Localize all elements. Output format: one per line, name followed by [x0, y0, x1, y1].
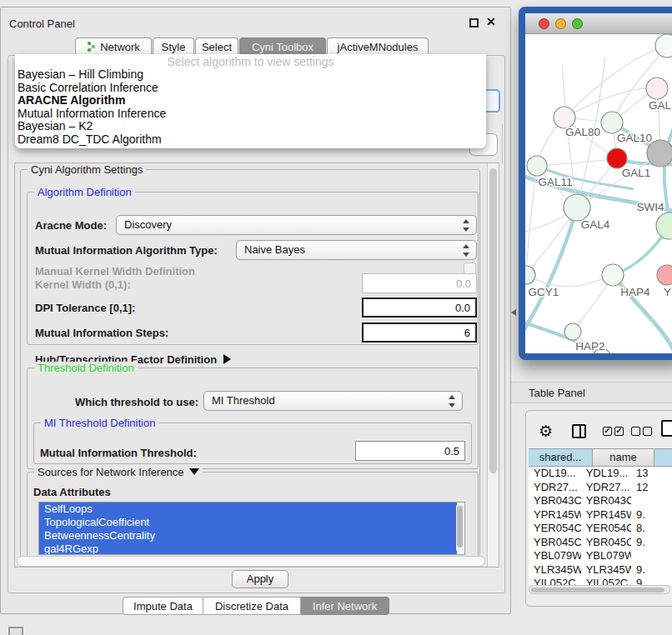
table-cell: YIL052C — [581, 577, 631, 585]
attribute-item-topologicalcoefficient[interactable]: TopologicalCoefficient — [39, 516, 457, 529]
node-hap2-label: HAP2 — [575, 340, 604, 352]
tab-discretize-data[interactable]: Discretize Data — [203, 597, 301, 615]
network-window-titlebar[interactable] — [525, 13, 672, 34]
attribute-item-betweennesscentrality[interactable]: BetweennessCentrality — [39, 529, 457, 542]
zoom-traffic-light-icon[interactable] — [572, 18, 583, 29]
algorithm-option-mutual-information-inference[interactable]: Mutual Information Inference — [15, 108, 486, 121]
table-row[interactable]: YLR345WYLR345W9. — [529, 563, 672, 578]
node-gal1[interactable] — [607, 148, 627, 168]
mi-threshold-field[interactable] — [355, 441, 465, 461]
table-cell: YDL19... — [581, 467, 631, 481]
node-hap2[interactable] — [564, 323, 581, 340]
panel-resize-arrow-icon[interactable] — [511, 309, 516, 316]
column-header-name[interactable]: name — [593, 448, 654, 467]
stepper-arrows-icon — [463, 244, 470, 257]
algorithm-option-dream8-dc-tdc-algorithm[interactable]: Dream8 DC_TDC Algorithm — [15, 133, 486, 147]
minimize-traffic-light-icon[interactable] — [555, 18, 566, 29]
table-cell: 9. — [631, 563, 672, 578]
settings-scroll-pane: Cyni Algorithm Settings Algorithm Defini… — [14, 162, 499, 568]
dpi-tolerance-label: DPI Tolerance [0,1]: — [35, 302, 135, 314]
sources-group-title[interactable]: Sources for Network Inference — [34, 466, 203, 478]
tab-impute-data[interactable]: Impute Data — [123, 597, 203, 615]
select-checked-icon[interactable]: ✓ — [614, 427, 624, 436]
table-row[interactable]: YBR045CYBR045C9. — [529, 536, 672, 550]
table-cell: 9. — [631, 508, 672, 522]
table-row[interactable]: YPR145WYPR145W9. — [529, 508, 672, 522]
float-window-icon[interactable] — [469, 18, 479, 28]
apply-button[interactable]: Apply — [232, 570, 288, 588]
column-header-shared[interactable]: shared... — [529, 448, 593, 467]
table-body: YDL19...YDL19...13YDR27...YDR27...12YBR0… — [529, 467, 672, 585]
node-gal11[interactable] — [527, 156, 547, 176]
node-gal10[interactable] — [601, 112, 623, 133]
node-gal4[interactable] — [564, 194, 590, 221]
close-traffic-light-icon[interactable] — [539, 18, 549, 29]
table-cell: YIL052C — [529, 577, 581, 585]
tab-select[interactable]: Select — [195, 38, 238, 55]
column-header-extra[interactable] — [654, 448, 672, 467]
cyni-settings-group-title: Cyni Algorithm Settings — [28, 163, 146, 176]
which-threshold-combo[interactable]: MI Threshold — [203, 391, 463, 411]
mi-steps-label: Mutual Information Steps: — [35, 327, 168, 339]
network-canvas[interactable]: GALGAL80GAL10GAL1GAL11GAL4SWI4GCY1HAP4YH… — [525, 34, 672, 353]
tab-style[interactable]: Style — [153, 38, 194, 55]
document-icon[interactable] — [661, 420, 672, 437]
select-checked-icon[interactable]: ✓ — [603, 427, 612, 436]
table-row[interactable]: YBR043CYBR043C — [529, 494, 672, 508]
table-cell: YER054C — [529, 522, 581, 536]
node-gcy1[interactable] — [525, 266, 535, 284]
control-panel-window: Control Panel ✕ NetworkStyleSelectCyni T… — [0, 7, 511, 614]
select-unchecked-icon[interactable] — [631, 427, 640, 436]
manual-kernel-width-label: Manual Kernel Width Definition — [35, 265, 195, 278]
aracne-mode-combo[interactable]: Discovery — [116, 215, 477, 235]
close-icon[interactable]: ✕ — [486, 15, 496, 28]
select-unchecked-icon[interactable] — [643, 427, 652, 436]
which-threshold-value: MI Threshold — [212, 394, 275, 407]
node-swi4[interactable] — [656, 212, 672, 239]
mi-steps-field[interactable] — [362, 322, 477, 342]
kernel-width-field[interactable] — [362, 273, 477, 293]
table-panel-title: Table Panel — [529, 387, 585, 399]
tab-cyni-toolbox[interactable]: Cyni Toolbox — [239, 38, 326, 55]
node-gal-right[interactable] — [646, 78, 668, 99]
bottom-corner-icon[interactable] — [8, 627, 23, 635]
mi-threshold-label: Mutual Information Threshold: — [40, 447, 197, 459]
table-row[interactable]: YIL052CYIL052C9 — [529, 577, 672, 585]
network-graph: GALGAL80GAL10GAL1GAL11GAL4SWI4GCY1HAP4YH… — [525, 34, 672, 353]
algorithm-dropdown-items: Bayesian – Hill ClimbingBasic Correlatio… — [15, 68, 486, 147]
attribute-item-selfloops[interactable]: SelfLoops — [39, 502, 457, 516]
gear-icon[interactable]: ⚙ — [539, 422, 553, 441]
node-top-right[interactable] — [655, 34, 672, 58]
tab-network[interactable]: Network — [75, 38, 152, 55]
data-attributes-list[interactable]: SelfLoopsTopologicalCoefficientBetweenne… — [38, 502, 465, 555]
list-scrollbar[interactable] — [456, 504, 464, 552]
algorithm-option-aracne-algorithm[interactable]: ARACNE Algorithm — [15, 94, 486, 108]
algorithm-option-basic-correlation-inference[interactable]: Basic Correlation Inference — [15, 82, 486, 95]
tab-jactivemnodules[interactable]: jActiveMNodules — [327, 38, 429, 55]
columns-icon[interactable] — [572, 424, 586, 438]
table-row[interactable]: YBL079WYBL079W — [529, 549, 672, 563]
groupbox-edge-fragment — [502, 124, 503, 164]
screen: Control Panel ✕ NetworkStyleSelectCyni T… — [0, 0, 672, 635]
network-edge[interactable] — [526, 275, 613, 287]
network-edge[interactable] — [537, 158, 617, 166]
network-view-window: GALGAL80GAL10GAL1GAL11GAL4SWI4GCY1HAP4YH… — [519, 7, 672, 360]
tab-infer-network[interactable]: Infer Network — [301, 597, 389, 615]
algorithm-option-bayesian-hill-climbing[interactable]: Bayesian – Hill Climbing — [15, 68, 486, 82]
tab-label: Select — [202, 41, 232, 53]
table-row[interactable]: YDR27...YDR27...12 — [529, 481, 672, 495]
settings-horizontal-scrollbar[interactable] — [17, 556, 485, 567]
settings-vertical-scrollbar[interactable] — [487, 163, 499, 567]
node-salmon[interactable] — [657, 265, 672, 285]
table-horizontal-scrollbar[interactable] — [529, 585, 670, 594]
algorithm-option-bayesian-k2[interactable]: Bayesian – K2 — [15, 120, 486, 133]
table-cell: YLR345W — [529, 563, 581, 578]
node-hap4[interactable] — [602, 264, 624, 286]
table-row[interactable]: YER054CYER054C8. — [529, 522, 672, 536]
dpi-tolerance-field[interactable] — [362, 298, 477, 318]
attribute-item-gal4rgexp[interactable]: gal4RGexp — [39, 542, 457, 555]
mi-algorithm-type-combo[interactable]: Naive Bayes — [236, 240, 477, 260]
which-threshold-label: Which threshold to use: — [65, 396, 198, 408]
table-row[interactable]: YDL19...YDL19...13 — [529, 467, 672, 481]
expanded-arrow-icon — [189, 468, 199, 475]
